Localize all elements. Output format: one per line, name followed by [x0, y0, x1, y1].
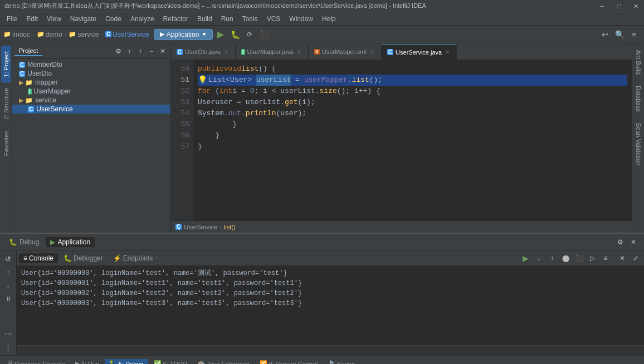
tree-item-memberdto[interactable]: CMemberDto — [12, 60, 170, 69]
debugger-tab[interactable]: 🐛 Debugger — [59, 253, 108, 263]
breadcrumb-userservice[interactable]: UserService — [113, 31, 149, 38]
line-number-51: 51 — [171, 75, 189, 86]
tab-close-button[interactable]: ✕ — [369, 48, 375, 55]
editor-tab-userdto-java[interactable]: CUserDto.java✕ — [171, 44, 236, 60]
sidebar-collapse-button[interactable]: − — [146, 46, 157, 57]
breadcrumb-imooc[interactable]: imooc — [12, 31, 30, 38]
menu-item-edit[interactable]: Edit — [22, 14, 42, 24]
debug-button[interactable]: 🐛 — [228, 28, 242, 41]
menu-item-view[interactable]: View — [42, 14, 66, 24]
console-toolbar-4[interactable]: ⬤ — [559, 252, 572, 264]
tree-label: UserMapper — [34, 87, 71, 95]
left-vtab-favorites[interactable]: Favorites — [1, 125, 11, 161]
tree-item-usermapper[interactable]: IUserMapper — [12, 87, 170, 96]
statusbar-tab-9--version-control[interactable]: 🔀9: Version Control — [255, 359, 322, 364]
run-config-button[interactable]: ▶ Application ▼ — [154, 29, 213, 40]
statusbar-tabs: 🗄Database Console▶4: Run🐛5: Debug✅6: TOD… — [0, 355, 644, 364]
console-toolbar-7[interactable]: ≡ — [599, 252, 612, 264]
scroll-up-button[interactable]: ↑ — [2, 266, 14, 278]
menu-item-code[interactable]: Code — [101, 14, 126, 24]
menu-item-build[interactable]: Build — [193, 14, 217, 24]
menu-item-navigate[interactable]: Navigate — [66, 14, 101, 24]
tab-icon: 🗄 — [7, 361, 13, 365]
left-vtab-1--project[interactable]: 1: Project — [1, 46, 11, 82]
tab-close-button[interactable]: ✕ — [444, 49, 451, 56]
debug-tab[interactable]: 🐛 Debug — [4, 237, 43, 247]
undo-button[interactable]: ↩ — [598, 28, 612, 41]
menu-item-run[interactable]: Run — [217, 14, 238, 24]
console-toolbar-5[interactable]: ⬛ — [573, 252, 585, 264]
editor-tab-usermapper-java[interactable]: IUserMapper.java✕ — [236, 44, 309, 60]
pause-button[interactable]: ⏸ — [2, 293, 14, 305]
statusbar-tab-4--run[interactable]: ▶4: Run — [71, 359, 104, 364]
right-vtab-ant-build[interactable]: Ant Build — [633, 46, 643, 79]
code-line-56: } — [198, 130, 627, 141]
menu-item-refactor[interactable]: Refactor — [159, 14, 193, 24]
menu-item-file[interactable]: File — [2, 14, 22, 24]
file-tree: CMemberDtoCUserDto▶ 📁mapperIUserMapper▶ … — [12, 59, 170, 233]
application-icon: ▶ — [50, 238, 55, 246]
tree-item-service[interactable]: ▶ 📁service — [12, 96, 170, 105]
tab-close-button[interactable]: ✕ — [223, 48, 230, 55]
window-controls: ─ □ ✕ — [594, 0, 644, 12]
console-toolbar-3[interactable]: ↑ — [546, 252, 558, 264]
tab-close-button[interactable]: ✕ — [296, 48, 303, 55]
sidebar-settings-button[interactable]: ⚙ — [113, 46, 124, 57]
close-button[interactable]: ✕ — [627, 0, 644, 12]
menu-item-analyze[interactable]: Analyze — [126, 14, 159, 24]
breadcrumb-service[interactable]: service — [77, 31, 99, 38]
endpoints-tab[interactable]: ⚡ Endpoints + — [109, 253, 162, 263]
more-button[interactable]: ⋯ — [2, 327, 14, 340]
tree-item-userdto[interactable]: CUserDto — [12, 69, 170, 78]
breadcrumb-demo[interactable]: demo — [46, 31, 62, 38]
close-panel-button[interactable]: ✕ — [627, 236, 640, 248]
endpoints-add-icon[interactable]: + — [154, 255, 158, 261]
menu-item-help[interactable]: Help — [318, 14, 340, 24]
menu-item-window[interactable]: Window — [285, 14, 318, 24]
statusbar-tab-5--debug[interactable]: 🐛5: Debug — [105, 359, 148, 364]
stop-button[interactable]: ⬛ — [257, 28, 271, 41]
tree-item-userservice[interactable]: CUserService — [12, 105, 170, 114]
editor-tab-userservice-java[interactable]: CUserService.java✕ — [382, 44, 457, 60]
statusbar-tab-spring[interactable]: 🍃Spring — [323, 359, 359, 364]
sidebar-sort-button[interactable]: ↕ — [124, 46, 135, 57]
console-input-bar[interactable] — [17, 345, 644, 355]
scroll-down-button[interactable]: ↓ — [2, 279, 14, 292]
debug-icon: 🐛 — [9, 238, 17, 246]
sidebar-close-button[interactable]: ✕ — [157, 46, 168, 57]
left-vtab-2--structure[interactable]: 2: Structure — [1, 82, 11, 125]
statusbar-tab-java-enterprise[interactable]: ☕Java Enterprise — [193, 359, 253, 364]
statusbar-tab-6--todo[interactable]: ✅6: TODO — [149, 359, 192, 364]
statusbar-tab-database-console[interactable]: 🗄Database Console — [2, 360, 70, 365]
menu-item-tools[interactable]: Tools — [238, 14, 262, 24]
editor-tab-usermapper-xml[interactable]: XUserMapper.xml✕ — [309, 44, 382, 60]
minimize-button[interactable]: ─ — [594, 0, 611, 12]
coverage-button[interactable]: ⟳ — [243, 28, 256, 41]
menu-button[interactable]: ≡ — [627, 28, 641, 41]
console-tab[interactable]: ≡ Console — [19, 253, 58, 263]
bottom-more-button[interactable]: ⋮ — [2, 341, 14, 353]
tree-label: mapper — [35, 78, 58, 86]
console-toolbar-2[interactable]: ↓ — [533, 252, 545, 264]
menu-item-vcs[interactable]: VCS — [262, 14, 285, 24]
sidebar-expand-button[interactable]: + — [135, 46, 146, 57]
settings-icon[interactable]: ⚙ — [614, 236, 626, 248]
right-vtab-database[interactable]: Database — [633, 81, 643, 116]
lightbulb-icon[interactable]: 💡 — [198, 75, 207, 86]
code-editor[interactable]: 5051525354555657 public void list() {💡 L… — [171, 60, 632, 220]
code-content[interactable]: public void list() {💡 List<User> userLis… — [193, 60, 632, 220]
rerun-button[interactable]: ↺ — [2, 253, 14, 265]
console-toolbar-1[interactable]: ▶ — [519, 252, 531, 264]
search-button[interactable]: 🔍 — [613, 28, 626, 41]
maximize-button[interactable]: □ — [611, 0, 627, 12]
application-tab[interactable]: ▶ Application — [46, 237, 95, 247]
project-tab[interactable]: Project — [14, 46, 42, 56]
right-vtab-bean-validation[interactable]: Bean Validation — [633, 119, 643, 170]
run-button[interactable]: ▶ — [214, 28, 227, 41]
tree-item-mapper[interactable]: ▶ 📁mapper — [12, 78, 170, 87]
console-toolbar-6[interactable]: ▷ — [586, 252, 598, 264]
console-close-btn[interactable]: ✕ — [616, 252, 628, 264]
console-maximize-btn[interactable]: ⤢ — [630, 252, 642, 264]
console-output: User{id='00000000', loginName='test', na… — [17, 266, 644, 345]
tab-icon: 🐛 — [109, 360, 117, 364]
